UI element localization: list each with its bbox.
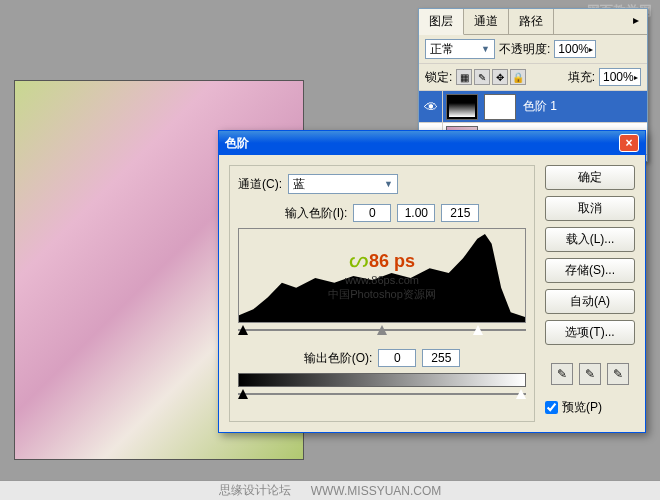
output-white-field[interactable]	[422, 349, 460, 367]
output-levels-label: 输出色阶(O):	[304, 350, 373, 367]
chevron-down-icon: ▼	[481, 44, 490, 54]
layer-name: 色阶 1	[523, 98, 557, 115]
white-point-handle[interactable]	[473, 325, 483, 335]
output-gradient	[238, 373, 526, 387]
panel-menu-icon[interactable]: ▸	[625, 9, 647, 34]
preview-label: 预览(P)	[562, 399, 602, 416]
blend-mode-value: 正常	[430, 41, 454, 58]
lock-position-icon[interactable]: ✥	[492, 69, 508, 85]
channel-label: 通道(C):	[238, 176, 282, 193]
eyedropper-black-icon[interactable]: ✎	[551, 363, 573, 385]
dialog-main: 通道(C): 蓝 ▼ 输入色阶(I): ᔕ86 ps www.86ps.com …	[229, 165, 535, 422]
mask-thumbnail[interactable]	[484, 94, 516, 120]
tab-paths[interactable]: 路径	[509, 9, 554, 34]
output-black-field[interactable]	[378, 349, 416, 367]
panel-tabs: 图层 通道 路径 ▸	[419, 9, 647, 35]
lock-fill-row: 锁定: ▦ ✎ ✥ 🔒 填充: 100%▸	[419, 64, 647, 91]
footer-bar: 思缘设计论坛 WWW.MISSYUAN.COM	[0, 480, 660, 500]
ok-button[interactable]: 确定	[545, 165, 635, 190]
footer-right: WWW.MISSYUAN.COM	[311, 484, 442, 498]
lock-label: 锁定:	[425, 69, 452, 86]
levels-dialog: 色阶 × 通道(C): 蓝 ▼ 输入色阶(I):	[218, 130, 646, 433]
preview-checkbox[interactable]	[545, 401, 558, 414]
adjustment-thumbnail[interactable]	[446, 94, 478, 120]
histogram: ᔕ86 ps www.86ps.com 中国Photoshop资源网	[238, 228, 526, 323]
tab-layers[interactable]: 图层	[419, 9, 464, 35]
opacity-label: 不透明度:	[499, 41, 550, 58]
layer-row-levels[interactable]: 👁 色阶 1	[419, 91, 647, 123]
blend-mode-select[interactable]: 正常 ▼	[425, 39, 495, 59]
close-button[interactable]: ×	[619, 134, 639, 152]
visibility-icon[interactable]: 👁	[419, 91, 443, 123]
blend-opacity-row: 正常 ▼ 不透明度: 100%▸	[419, 35, 647, 64]
channel-select[interactable]: 蓝 ▼	[288, 174, 398, 194]
lock-paint-icon[interactable]: ✎	[474, 69, 490, 85]
auto-button[interactable]: 自动(A)	[545, 289, 635, 314]
dialog-title: 色阶	[225, 135, 619, 152]
input-black-field[interactable]	[353, 204, 391, 222]
fill-input[interactable]: 100%▸	[599, 68, 641, 86]
output-white-handle[interactable]	[516, 389, 526, 399]
chevron-down-icon: ▼	[384, 179, 393, 189]
input-white-field[interactable]	[441, 204, 479, 222]
output-black-handle[interactable]	[238, 389, 248, 399]
preview-checkbox-row[interactable]: 预览(P)	[545, 399, 635, 416]
dialog-titlebar[interactable]: 色阶 ×	[219, 131, 645, 155]
lock-icons: ▦ ✎ ✥ 🔒	[456, 69, 526, 85]
options-button[interactable]: 选项(T)...	[545, 320, 635, 345]
load-button[interactable]: 载入(L)...	[545, 227, 635, 252]
eyedropper-white-icon[interactable]: ✎	[607, 363, 629, 385]
eyedropper-group: ✎ ✎ ✎	[545, 363, 635, 385]
opacity-input[interactable]: 100%▸	[554, 40, 596, 58]
tab-channels[interactable]: 通道	[464, 9, 509, 34]
input-gamma-field[interactable]	[397, 204, 435, 222]
histogram-svg	[239, 229, 525, 322]
channel-value: 蓝	[293, 176, 305, 193]
cancel-button[interactable]: 取消	[545, 196, 635, 221]
output-slider[interactable]	[238, 389, 526, 401]
lock-transparency-icon[interactable]: ▦	[456, 69, 472, 85]
fill-label: 填充:	[568, 69, 595, 86]
save-button[interactable]: 存储(S)...	[545, 258, 635, 283]
gamma-handle[interactable]	[377, 325, 387, 335]
eyedropper-gray-icon[interactable]: ✎	[579, 363, 601, 385]
black-point-handle[interactable]	[238, 325, 248, 335]
dialog-buttons: 确定 取消 载入(L)... 存储(S)... 自动(A) 选项(T)... ✎…	[545, 165, 635, 422]
footer-left: 思缘设计论坛	[219, 482, 291, 499]
input-levels-label: 输入色阶(I):	[285, 205, 348, 222]
lock-all-icon[interactable]: 🔒	[510, 69, 526, 85]
input-slider[interactable]	[238, 325, 526, 337]
